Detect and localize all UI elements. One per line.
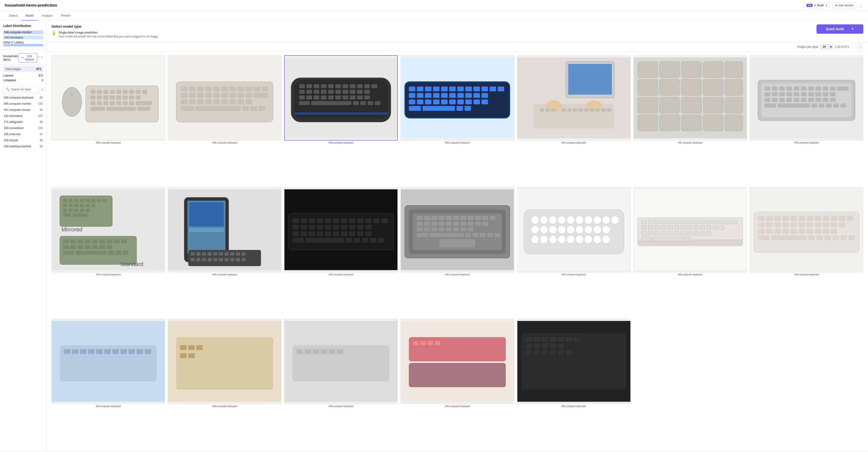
svg-rect-76 — [328, 84, 334, 88]
image-thumb-0[interactable] — [52, 55, 165, 141]
quick-build-button[interactable]: Quick build ▼ — [816, 24, 863, 34]
image-thumb-6[interactable] — [750, 55, 863, 141]
svg-rect-520 — [196, 345, 203, 350]
image-thumb-18[interactable] — [517, 319, 631, 404]
edit-dataset-button[interactable]: ✏ Edit dataset — [19, 53, 37, 63]
search-input[interactable] — [11, 88, 36, 91]
pagination-next-button[interactable]: › — [858, 44, 863, 50]
version-chevron-icon[interactable]: ▾ — [826, 4, 827, 7]
label-row-8[interactable]: 239.washing-machine 84 — [0, 143, 46, 149]
image-thumb-17[interactable] — [401, 319, 514, 404]
label-dist-item-2[interactable]: Other (7 Labels) — [3, 41, 43, 47]
svg-point-412 — [584, 235, 592, 244]
svg-rect-476 — [774, 222, 781, 228]
label-row-5[interactable]: 180.screwdriver 102 — [0, 125, 46, 131]
svg-rect-40 — [229, 87, 236, 92]
svg-rect-533 — [409, 363, 506, 387]
more-options-button[interactable]: ⋮ — [859, 3, 863, 8]
image-thumb-13[interactable] — [750, 187, 863, 272]
label-row-1[interactable]: 046.computer-monitor 133 — [0, 101, 46, 107]
image-cell-7[interactable]: Mirrored — [52, 187, 165, 316]
image-cell-6[interactable]: 045.computer-keyboard — [750, 55, 863, 184]
svg-rect-500 — [832, 235, 839, 240]
svg-rect-432 — [732, 220, 737, 224]
svg-rect-383 — [495, 233, 500, 237]
label-dist-item-0[interactable]: 046.computer-monitor — [3, 30, 43, 34]
svg-rect-474 — [758, 222, 765, 228]
svg-rect-156 — [551, 109, 555, 112]
svg-rect-514 — [136, 349, 143, 354]
svg-rect-161 — [584, 109, 588, 112]
image-cell-2[interactable]: 045.computer-keyboard — [284, 55, 398, 184]
image-thumb-11[interactable] — [517, 187, 631, 272]
svg-rect-421 — [661, 220, 666, 224]
svg-rect-155 — [546, 109, 549, 112]
label-row-3[interactable]: 142.microwave 107 — [0, 113, 46, 119]
add-version-button[interactable]: ⊕ Add version — [832, 2, 856, 8]
svg-rect-502 — [848, 235, 855, 240]
per-page-select[interactable]: 30 50 100 — [820, 44, 833, 50]
image-label-17: 045.computer-keyboard — [445, 405, 470, 408]
svg-rect-325 — [357, 225, 364, 230]
image-thumb-12[interactable] — [633, 187, 747, 272]
svg-rect-125 — [417, 93, 424, 98]
image-thumb-3[interactable] — [401, 55, 514, 141]
image-cell-14[interactable]: 045.computer-keyboard — [52, 319, 165, 448]
svg-rect-261 — [107, 239, 112, 243]
collapse-icon[interactable]: ⌃⌃ — [37, 56, 43, 60]
svg-rect-136 — [425, 99, 432, 104]
svg-rect-458 — [653, 237, 684, 241]
svg-rect-53 — [246, 93, 252, 98]
image-thumb-2[interactable] — [284, 55, 398, 141]
image-cell-5[interactable]: 045.computer-keyboard — [633, 55, 747, 184]
image-cell-13[interactable]: 045.computer-keyboard — [750, 187, 863, 316]
image-thumb-16[interactable] — [284, 319, 398, 404]
svg-rect-14 — [97, 95, 102, 99]
svg-rect-431 — [726, 220, 731, 224]
svg-rect-210 — [815, 92, 821, 96]
image-cell-10[interactable]: 045.computer-keyboard — [401, 187, 514, 316]
image-thumb-7[interactable]: Mirrored — [52, 187, 165, 272]
label-row-2[interactable]: 047.computer-mouse 94 — [0, 107, 46, 113]
image-cell-12[interactable]: 045.computer-keyboard — [633, 187, 747, 316]
image-cell-4[interactable]: 045.computer-keyboard — [517, 55, 631, 184]
image-cell-15[interactable]: 045.computer-keyboard — [168, 319, 281, 448]
image-cell-1[interactable]: 045.computer-keyboard — [168, 55, 281, 184]
label-row-6[interactable]: 195.soda-can 87 — [0, 131, 46, 137]
label-row-0[interactable]: 045.computer-keyboard 85 — [0, 95, 46, 101]
image-thumb-14[interactable] — [52, 319, 165, 404]
tab-predict[interactable]: Predict — [57, 11, 75, 21]
svg-rect-269 — [99, 245, 105, 249]
svg-rect-52 — [238, 93, 244, 98]
tab-select[interactable]: Select — [5, 11, 22, 21]
svg-rect-255 — [63, 239, 69, 243]
tab-analyze[interactable]: Analyze — [38, 11, 57, 21]
version-badge[interactable]: V1 Draft ▾ — [804, 3, 829, 8]
svg-rect-185 — [703, 115, 723, 131]
image-thumb-9[interactable] — [284, 187, 398, 272]
image-cell-11[interactable]: 045.computer-keyboard — [517, 187, 631, 316]
label-row-7[interactable]: 229.tricycle 95 — [0, 137, 46, 143]
image-cell-18[interactable]: 045.computer-keyboard — [517, 319, 631, 448]
label-row-4[interactable]: 171.refrigerator 84 — [0, 119, 46, 125]
image-cell-8[interactable]: 045.computer-keyboard — [168, 187, 281, 316]
label-dist-item-1[interactable]: 142.microwave — [3, 36, 43, 39]
image-thumb-5[interactable] — [633, 55, 747, 141]
image-thumb-10[interactable] — [401, 187, 514, 272]
image-thumb-4[interactable] — [517, 55, 631, 141]
image-cell-17[interactable]: 045.computer-keyboard — [401, 319, 514, 448]
image-cell-3[interactable]: 045.computer-keyboard — [401, 55, 514, 184]
svg-rect-162 — [590, 109, 594, 112]
tab-build[interactable]: Build — [22, 11, 38, 21]
filter-icon[interactable]: ≡ — [41, 88, 43, 91]
image-cell-16[interactable]: 045.computer-keyboard — [284, 319, 398, 448]
image-thumb-1[interactable] — [168, 55, 281, 141]
svg-rect-194 — [779, 87, 785, 91]
pagination-prev-button[interactable]: ‹ — [851, 44, 856, 50]
svg-rect-379 — [466, 233, 471, 237]
svg-rect-244 — [86, 204, 90, 207]
image-thumb-15[interactable] — [168, 319, 281, 404]
image-cell-0[interactable]: 045.computer-keyboard — [52, 55, 165, 184]
image-thumb-8[interactable] — [168, 187, 281, 272]
image-cell-9[interactable]: 045.computer-keyboard — [284, 187, 398, 316]
